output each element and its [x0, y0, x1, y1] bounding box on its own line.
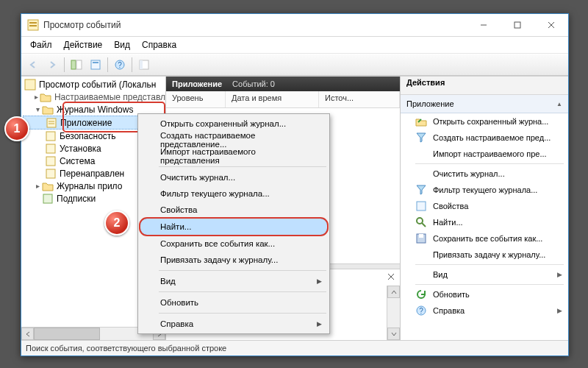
- svg-rect-14: [140, 60, 143, 69]
- svg-rect-15: [25, 79, 35, 90]
- svg-rect-4: [514, 22, 520, 28]
- blank-icon: [415, 249, 427, 261]
- filter-icon: [415, 184, 427, 196]
- find-icon: [415, 216, 427, 228]
- action-properties[interactable]: Свойства: [401, 198, 568, 214]
- ctx-view[interactable]: Вид▶: [140, 273, 328, 289]
- ctx-filter-log-label: Фильтр текущего журнала...: [160, 189, 270, 198]
- ctx-create-custom-view[interactable]: Создать настраиваемое представление...: [140, 132, 328, 148]
- events-columns: Уровень Дата и время Источ...: [166, 91, 400, 108]
- chevron-right-icon: ▶: [557, 271, 562, 278]
- scroll-down-button[interactable]: [387, 328, 400, 340]
- action-refresh[interactable]: Обновить: [401, 286, 568, 302]
- log-icon: [46, 117, 57, 129]
- action-create-custom-view-label: Создать настраиваемое пред...: [433, 133, 551, 142]
- action-attach-task-label: Привязать задачу к журналу...: [433, 250, 545, 259]
- ctx-open-saved-log[interactable]: Открыть сохраненный журнал...: [140, 116, 328, 132]
- expander-icon[interactable]: ▸: [33, 93, 40, 101]
- actions-pane: Действия Приложение ▲ Открыть сохраненны…: [401, 77, 568, 340]
- toolbar-refresh-button[interactable]: [135, 56, 153, 74]
- action-open-saved-log[interactable]: Открыть сохраненный журна...: [401, 113, 568, 130]
- ctx-find[interactable]: Найти...: [140, 218, 328, 236]
- menu-file[interactable]: Файл: [26, 38, 57, 52]
- action-separator: [415, 264, 564, 265]
- menu-view[interactable]: Вид: [110, 38, 135, 52]
- ctx-import-custom-view[interactable]: Импорт настраиваемого представления: [140, 148, 328, 164]
- action-separator: [415, 284, 564, 285]
- menubar: Файл Действие Вид Справка: [21, 37, 568, 54]
- toolbar-separator: [132, 57, 132, 72]
- column-datetime[interactable]: Дата и время: [226, 91, 319, 107]
- svg-rect-7: [71, 60, 76, 69]
- ctx-filter-log[interactable]: Фильтр текущего журнала...: [140, 185, 328, 202]
- events-header: Приложение Событий: 0: [166, 77, 400, 91]
- action-create-custom-view[interactable]: Создать настраиваемое пред...: [401, 130, 568, 146]
- chevron-right-icon: ▶: [317, 277, 322, 285]
- action-clear-log-label: Очистить журнал...: [433, 169, 505, 178]
- svg-point-27: [417, 218, 423, 224]
- action-help[interactable]: ? Справка ▶: [401, 302, 568, 319]
- svg-rect-9: [91, 60, 100, 69]
- ctx-import-custom-view-label: Импорт настраиваемого представления: [160, 147, 313, 165]
- toolbar-help-button[interactable]: ?: [111, 56, 129, 74]
- ctx-help[interactable]: Справка▶: [140, 316, 328, 332]
- action-save-all[interactable]: Сохранить все события как...: [401, 230, 568, 247]
- scroll-left-button[interactable]: [21, 328, 34, 340]
- ctx-open-saved-log-label: Открыть сохраненный журнал...: [160, 119, 286, 128]
- action-find[interactable]: Найти...: [401, 214, 568, 230]
- ctx-refresh[interactable]: Обновить: [140, 294, 328, 311]
- action-open-saved-log-label: Открыть сохраненный журна...: [433, 117, 548, 126]
- tree-application-label: Приложение: [60, 118, 112, 128]
- ctx-clear-log[interactable]: Очистить журнал...: [140, 169, 328, 185]
- save-icon: [415, 233, 427, 244]
- svg-rect-2: [29, 25, 37, 26]
- statusbar-text: Поиск события, соответствующего выбранно…: [26, 344, 226, 353]
- ctx-save-all[interactable]: Сохранить все события как...: [140, 236, 328, 252]
- action-view-label: Вид: [433, 270, 448, 279]
- ctx-save-all-label: Сохранить все события как...: [160, 239, 275, 248]
- ctx-create-custom-view-label: Создать настраиваемое представление...: [160, 131, 313, 149]
- column-level[interactable]: Уровень: [166, 91, 226, 107]
- workspace: Просмотр событий (Локальн ▸ Настраиваемы…: [21, 76, 568, 340]
- action-attach-task[interactable]: Привязать задачу к журналу...: [401, 247, 568, 263]
- detail-close-button[interactable]: [385, 271, 397, 283]
- blank-icon: [415, 269, 427, 280]
- app-window: Просмотр событий Файл Действие Вид Справ…: [21, 13, 569, 356]
- svg-rect-23: [43, 194, 52, 203]
- toolbar-show-tree-button[interactable]: [68, 56, 85, 74]
- refresh-icon: [415, 289, 427, 300]
- detail-vscrollbar[interactable]: [387, 286, 400, 340]
- minimize-button[interactable]: [467, 14, 501, 36]
- scroll-thumb[interactable]: [34, 328, 100, 340]
- column-source[interactable]: Источ...: [319, 91, 400, 107]
- svg-rect-22: [46, 169, 55, 178]
- actions-pane-subtitle[interactable]: Приложение ▲: [401, 95, 568, 113]
- tree-custom-views[interactable]: ▸ Настраиваемые представл: [23, 91, 165, 103]
- svg-rect-1: [29, 22, 37, 24]
- svg-rect-20: [46, 144, 55, 153]
- menu-help[interactable]: Справка: [137, 38, 181, 52]
- action-filter-log[interactable]: Фильтр текущего журнала...: [401, 182, 568, 198]
- close-button[interactable]: [534, 14, 568, 36]
- tree-root[interactable]: Просмотр событий (Локальн: [23, 78, 165, 91]
- scroll-up-button[interactable]: [387, 286, 400, 298]
- ctx-properties[interactable]: Свойства: [140, 202, 328, 218]
- toolbar-properties-button[interactable]: [87, 56, 104, 74]
- log-icon: [45, 130, 57, 142]
- svg-rect-16: [47, 118, 56, 127]
- expander-icon[interactable]: ▸: [33, 182, 42, 190]
- scroll-track[interactable]: [387, 298, 400, 328]
- menu-action[interactable]: Действие: [60, 38, 107, 52]
- tree-root-label: Просмотр событий (Локальн: [39, 79, 156, 90]
- action-import-custom-view[interactable]: Импорт настраиваемого пре...: [401, 146, 568, 162]
- ctx-help-label: Справка: [160, 319, 193, 328]
- expander-icon[interactable]: ▾: [33, 105, 42, 113]
- maximize-button[interactable]: [501, 14, 534, 36]
- toolbar-forward-button: [43, 56, 61, 74]
- action-clear-log[interactable]: Очистить журнал...: [401, 166, 568, 182]
- ctx-attach-task[interactable]: Привязать задачу к журналу...: [140, 252, 328, 268]
- svg-text:?: ?: [419, 307, 423, 315]
- help-icon: ?: [415, 305, 427, 316]
- scroll-track[interactable]: [34, 328, 153, 340]
- action-view[interactable]: Вид ▶: [401, 266, 568, 283]
